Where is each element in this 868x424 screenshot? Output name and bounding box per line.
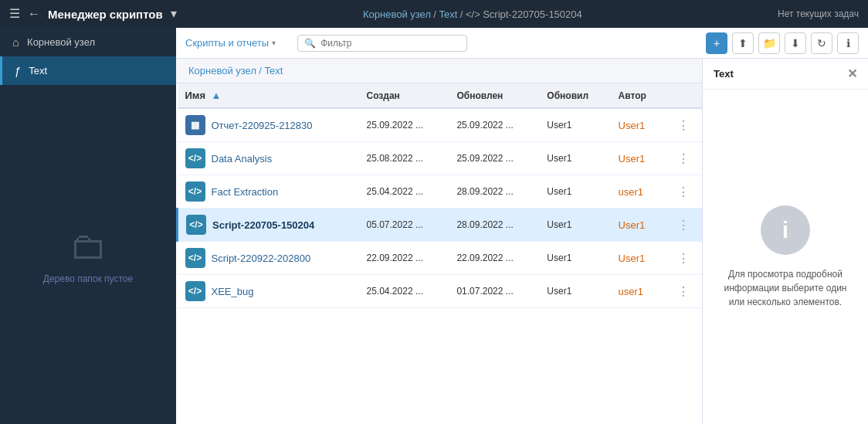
cell-more: ⋮ — [665, 242, 702, 275]
cell-author: User1 — [611, 242, 665, 275]
folder-button[interactable]: 📁 — [758, 32, 780, 54]
cell-author: user1 — [611, 275, 665, 308]
col-author[interactable]: Автор — [611, 83, 665, 108]
cell-updated: 25.09.2022 ... — [449, 142, 539, 175]
more-button[interactable]: ⋮ — [673, 250, 694, 266]
cell-updated: 25.09.2022 ... — [449, 108, 539, 142]
cell-updated-by: User1 — [539, 275, 610, 308]
no-tasks-label: Нет текущих задач — [778, 8, 859, 19]
cell-created: 25.09.2022 ... — [359, 108, 449, 142]
folder-empty-icon: 🗀 — [70, 225, 107, 267]
sidebar-item-root[interactable]: ⌂ Корневой узел — [0, 28, 176, 56]
breadcrumb-current: Text — [265, 65, 283, 76]
breadcrumb-root-link[interactable]: Корневой узел — [188, 65, 256, 76]
scripts-dropdown-label: Скрипты и отчеты — [185, 37, 269, 49]
item-type-icon: </> — [185, 281, 205, 301]
author-link[interactable]: user1 — [619, 186, 644, 198]
app-title: Менеджер скриптов — [48, 8, 163, 21]
folder-empty-label: Дерево папок пустое — [43, 273, 133, 284]
cell-updated-by: User1 — [539, 209, 610, 242]
table-row[interactable]: </> Script-220922-202800 22.09.2022 ... … — [178, 242, 703, 275]
right-panel-hint: Для просмотра подробной информации выбер… — [715, 267, 856, 309]
item-name-label: Fact Extraction — [212, 186, 279, 198]
cell-author: User1 — [611, 142, 665, 175]
scripts-dropdown[interactable]: Скрипты и отчеты ▾ — [185, 37, 276, 49]
sidebar-label-text: Text — [29, 65, 47, 76]
author-link[interactable]: User1 — [619, 153, 646, 165]
back-icon[interactable]: ← — [28, 8, 40, 20]
item-type-icon: </> — [185, 181, 205, 202]
info-letter: i — [782, 217, 788, 243]
cell-updated: 28.09.2022 ... — [449, 209, 539, 242]
cell-name: </> Script-220705-150204 — [178, 209, 359, 242]
cell-updated: 22.09.2022 ... — [449, 242, 539, 275]
home-icon: ⌂ — [12, 36, 19, 49]
add-button[interactable]: + — [706, 32, 727, 54]
sidebar: ⌂ Корневой узел ƒ Text 🗀 Дерево папок пу… — [0, 28, 176, 424]
more-button[interactable]: ⋮ — [673, 117, 694, 134]
close-button[interactable]: ✕ — [847, 66, 857, 81]
text-icon: ƒ — [15, 64, 21, 77]
col-updated[interactable]: Обновлен — [449, 83, 539, 108]
cell-author: user1 — [611, 175, 665, 209]
cell-author: User1 — [611, 108, 665, 142]
more-button[interactable]: ⋮ — [673, 184, 694, 200]
more-button[interactable]: ⋮ — [673, 283, 694, 300]
cell-name: </> XEE_bug — [178, 275, 359, 308]
info-button[interactable]: ℹ — [837, 32, 859, 54]
cell-author: User1 — [611, 209, 665, 242]
main-layout: ⌂ Корневой узел ƒ Text 🗀 Дерево папок пу… — [0, 28, 868, 424]
breadcrumb: Корневой узел / Text — [176, 59, 702, 83]
author-link[interactable]: user1 — [619, 286, 644, 297]
toolbar: Скрипты и отчеты ▾ 🔍 + ⬆ 📁 ⬇ ↻ ℹ — [176, 28, 868, 59]
table-row[interactable]: </> XEE_bug 25.04.2022 ... 01.07.2022 ..… — [178, 275, 703, 308]
breadcrumb-script-icon: </> — [466, 8, 480, 20]
item-type-icon: ▦ — [185, 115, 205, 135]
author-link[interactable]: User1 — [619, 219, 646, 231]
sidebar-item-text[interactable]: ƒ Text — [0, 56, 176, 85]
table-header-row: Имя ▲ Создан Обновлен Обновил Автор — [178, 83, 703, 108]
cell-created: 25.08.2022 ... — [359, 142, 449, 175]
table-row[interactable]: </> Data Analysis 25.08.2022 ... 25.09.2… — [178, 142, 703, 175]
col-created[interactable]: Создан — [359, 83, 449, 108]
right-panel-title: Text — [714, 68, 734, 80]
more-button[interactable]: ⋮ — [673, 151, 694, 167]
breadcrumb-text-link[interactable]: Text — [439, 8, 458, 20]
refresh-button[interactable]: ↻ — [811, 32, 832, 54]
item-name-label: XEE_bug — [212, 286, 254, 297]
info-icon-circle: i — [761, 205, 810, 255]
breadcrumb-separator: / — [259, 65, 264, 76]
cell-name: ▦ Отчет-220925-212830 — [178, 108, 359, 142]
col-updated-by[interactable]: Обновил — [539, 83, 610, 108]
top-bar: ☰ ← Менеджер скриптов ▾ Корневой узел / … — [0, 0, 868, 28]
col-name[interactable]: Имя ▲ — [178, 83, 359, 108]
search-icon: 🔍 — [304, 38, 316, 49]
hamburger-icon[interactable]: ☰ — [9, 8, 20, 20]
table-row[interactable]: </> Script-220705-150204 05.07.2022 ... … — [178, 209, 703, 242]
col-actions — [665, 83, 702, 108]
cell-created: 22.09.2022 ... — [359, 242, 449, 275]
upload-button[interactable]: ⬆ — [732, 32, 754, 54]
scripts-dropdown-arrow-icon: ▾ — [272, 39, 276, 47]
item-name-label: Script-220922-202800 — [212, 253, 311, 264]
item-name-label: Script-220705-150204 — [212, 219, 314, 231]
author-link[interactable]: User1 — [619, 120, 646, 131]
item-type-icon: </> — [185, 248, 205, 268]
title-dropdown-icon[interactable]: ▾ — [171, 8, 177, 20]
breadcrumb-bar: Корневой узел / Text / </> Script-220705… — [363, 8, 582, 20]
cell-more: ⋮ — [665, 209, 702, 242]
more-button[interactable]: ⋮ — [673, 217, 694, 233]
filter-input[interactable] — [320, 38, 460, 49]
cell-created: 05.07.2022 ... — [359, 209, 449, 242]
item-name-label: Отчет-220925-212830 — [212, 120, 313, 131]
breadcrumb-home-link[interactable]: Корневой узел — [363, 8, 431, 20]
cell-updated-by: User1 — [539, 175, 610, 209]
filter-search[interactable]: 🔍 — [297, 35, 467, 52]
toolbar-actions: + ⬆ 📁 ⬇ ↻ ℹ — [706, 32, 859, 54]
download-button[interactable]: ⬇ — [785, 32, 806, 54]
table-row[interactable]: ▦ Отчет-220925-212830 25.09.2022 ... 25.… — [178, 108, 703, 142]
author-link[interactable]: User1 — [619, 253, 646, 264]
cell-updated-by: User1 — [539, 242, 610, 275]
cell-updated: 01.07.2022 ... — [449, 275, 539, 308]
table-row[interactable]: </> Fact Extraction 25.04.2022 ... 28.09… — [178, 175, 703, 209]
